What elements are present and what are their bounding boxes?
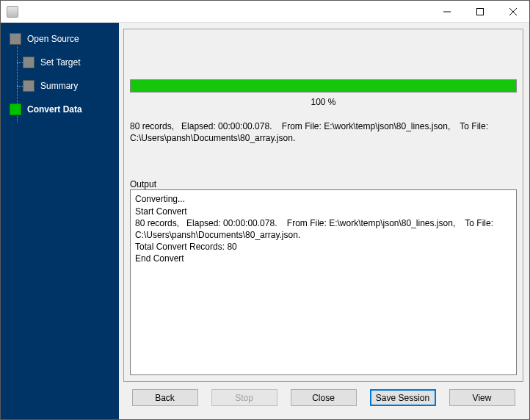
progress-fill	[131, 80, 516, 92]
app-icon	[7, 6, 18, 18]
sidebar-item-label: Open Source	[27, 34, 79, 44]
sidebar-item-set-target[interactable]: Set Target	[1, 54, 119, 71]
sidebar-item-open-source[interactable]: Open Source	[1, 30, 119, 48]
sidebar-item-label: Convert Data	[27, 104, 82, 115]
sidebar-item-label: Set Target	[40, 57, 80, 68]
maximize-button[interactable]	[463, 1, 496, 22]
progress-percent-label: 100 %	[130, 97, 517, 107]
close-button[interactable]: Close	[291, 389, 357, 406]
content-area: 100 % 80 records, Elapsed: 00:00:00.078.…	[119, 23, 529, 419]
window-controls	[430, 1, 529, 22]
step-box-icon	[10, 33, 21, 45]
step-box-icon	[10, 104, 21, 115]
progress-section: 100 %	[130, 79, 517, 107]
step-box-icon	[23, 80, 35, 92]
back-button[interactable]: Back	[132, 389, 198, 406]
convert-panel: 100 % 80 records, Elapsed: 00:00:00.078.…	[123, 29, 523, 382]
step-box-icon	[23, 57, 35, 68]
titlebar	[1, 1, 529, 23]
output-textarea[interactable]: Converting... Start Convert 80 records, …	[130, 189, 517, 375]
stop-button: Stop	[211, 389, 277, 406]
sidebar-item-convert-data[interactable]: Convert Data	[1, 101, 119, 118]
status-text: 80 records, Elapsed: 00:00:00.078. From …	[130, 120, 517, 144]
close-window-button[interactable]	[496, 1, 529, 22]
svg-rect-0	[476, 8, 483, 15]
progress-bar	[130, 79, 517, 93]
minimize-button[interactable]	[430, 1, 463, 22]
main-area: Open Source Set Target Summary Convert D…	[1, 23, 529, 419]
sidebar-item-label: Summary	[40, 81, 78, 91]
save-session-button[interactable]: Save Session	[370, 389, 436, 406]
sidebar-item-summary[interactable]: Summary	[1, 77, 119, 95]
output-label: Output	[130, 179, 517, 189]
sidebar: Open Source Set Target Summary Convert D…	[1, 23, 119, 419]
view-button[interactable]: View	[449, 389, 515, 406]
button-row: Back Stop Close Save Session View	[123, 382, 523, 413]
